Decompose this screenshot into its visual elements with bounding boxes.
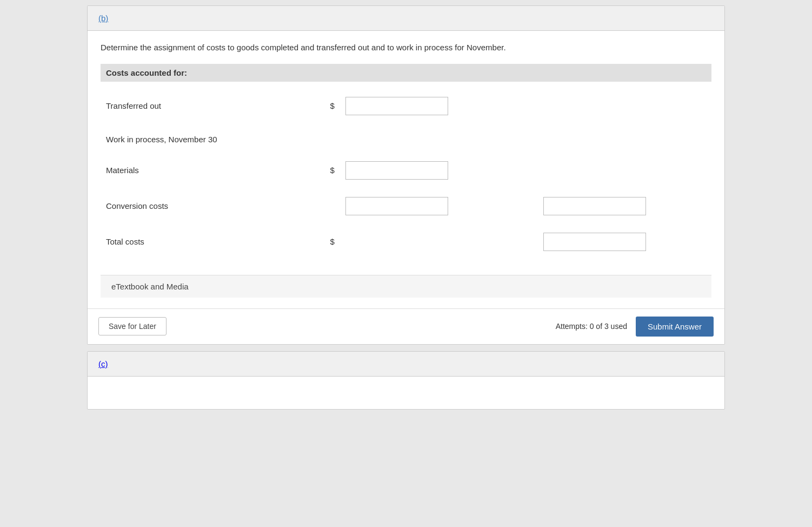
section-b-link[interactable]: (b) [98, 14, 108, 23]
section-b-card: (b) Determine the assignment of costs to… [87, 5, 725, 345]
total-costs-input[interactable] [543, 233, 646, 251]
materials-input[interactable] [345, 161, 448, 180]
section-c-body [88, 377, 724, 409]
total-costs-row: Total costs $ [101, 228, 711, 255]
section-c-card: (c) [87, 351, 725, 410]
footer-actions: Save for Later Attempts: 0 of 3 used Sub… [88, 308, 724, 344]
attempts-text: Attempts: 0 of 3 used [556, 322, 627, 331]
transferred-out-dollar: $ [315, 90, 340, 122]
transferred-out-label: Transferred out [101, 90, 315, 122]
save-later-button[interactable]: Save for Later [98, 317, 167, 335]
wip-label: Work in process, November 30 [101, 130, 711, 148]
section-b-body: Determine the assignment of costs to goo… [88, 31, 724, 308]
etextbook-bar: eTextbook and Media [101, 275, 711, 298]
materials-input-cell [340, 157, 514, 184]
transferred-out-row: Transferred out $ [101, 90, 711, 122]
costs-header-row: Costs accounted for: [101, 64, 711, 82]
total-costs-label: Total costs [101, 228, 315, 255]
submit-answer-button[interactable]: Submit Answer [636, 317, 714, 337]
section-c-link[interactable]: (c) [98, 359, 108, 368]
section-b-header: (b) [88, 6, 724, 31]
instruction-text: Determine the assignment of costs to goo… [101, 42, 711, 54]
conversion-costs-row: Conversion costs [101, 193, 711, 220]
total-costs-dollar: $ [315, 228, 340, 255]
transferred-out-input-cell [340, 90, 514, 122]
materials-label: Materials [101, 157, 315, 184]
section-c-header: (c) [88, 352, 724, 377]
conversion-costs-input1[interactable] [345, 197, 448, 215]
materials-dollar: $ [315, 157, 340, 184]
conversion-costs-label: Conversion costs [101, 193, 315, 220]
right-actions: Attempts: 0 of 3 used Submit Answer [556, 317, 714, 337]
costs-table: Costs accounted for: Transferred out $ [101, 64, 711, 264]
conversion-costs-input1-cell [340, 193, 514, 220]
etextbook-label: eTextbook and Media [111, 282, 189, 291]
conversion-costs-input2-cell [538, 193, 711, 220]
costs-header-label: Costs accounted for: [101, 64, 711, 82]
transferred-out-input[interactable] [345, 97, 448, 115]
wip-row: Work in process, November 30 [101, 130, 711, 148]
conversion-costs-input2[interactable] [543, 197, 646, 215]
total-costs-input-cell [538, 228, 711, 255]
materials-row: Materials $ [101, 157, 711, 184]
